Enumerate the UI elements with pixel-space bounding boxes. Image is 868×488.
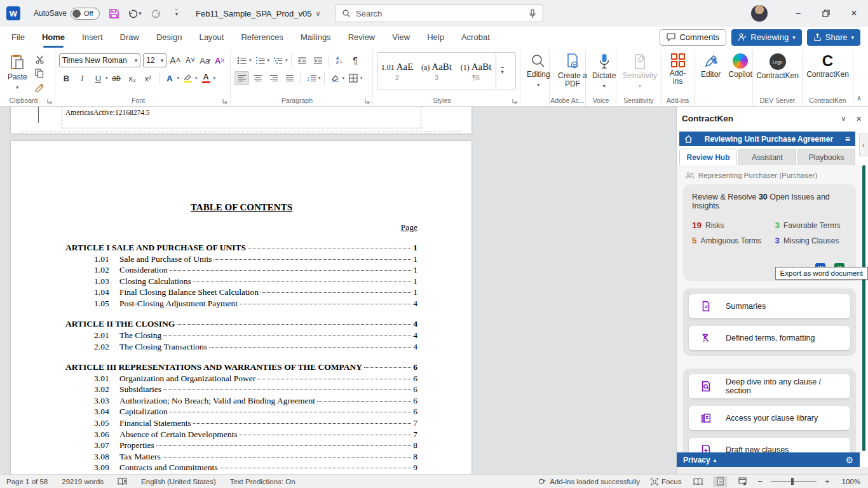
proofing-icon[interactable]	[118, 477, 127, 485]
pane-options-chevron[interactable]: ∨	[841, 114, 846, 123]
font-color-button[interactable]: A	[199, 71, 214, 85]
word-count[interactable]: 29219 words	[62, 478, 104, 485]
home-icon[interactable]	[684, 135, 693, 143]
toc-entry[interactable]: 3.05Financial Statements7	[65, 417, 417, 429]
highlight-options[interactable]: ▾	[195, 76, 198, 81]
font-color-options[interactable]: ▾	[214, 76, 216, 81]
web-layout-button[interactable]	[735, 476, 749, 487]
zoom-in-button[interactable]: +	[825, 477, 830, 486]
tab-draw[interactable]: Draw	[120, 27, 139, 48]
zoom-level[interactable]: 100%	[842, 478, 860, 485]
style-gallery-item[interactable]: (1) AaBt¶6	[456, 53, 496, 90]
multilevel-list-button[interactable]	[271, 53, 285, 67]
read-mode-button[interactable]	[691, 476, 705, 487]
superscript-button[interactable]: x²	[141, 71, 156, 85]
toc-entry[interactable]: 3.06Absence of Certain Developments7	[65, 429, 417, 440]
restore-button[interactable]	[812, 0, 840, 27]
clipboard-dialog-launcher[interactable]	[47, 98, 52, 104]
action-deep-dive-into-any-clause-section[interactable]: Deep dive into any clause / section	[689, 374, 850, 398]
subscript-button[interactable]: x₂	[125, 71, 140, 85]
style-gallery-item[interactable]: (a) AaBt3	[417, 53, 456, 90]
addins-button[interactable]: Add-ins	[665, 51, 690, 93]
action-draft-new-clauses[interactable]: Draft new clauses	[689, 438, 850, 452]
reviewing-button[interactable]: Reviewing▾	[731, 29, 802, 46]
editing-button[interactable]: Editing▾	[524, 51, 553, 93]
line-spacing-options[interactable]: ▾	[318, 76, 321, 81]
increase-indent-button[interactable]	[311, 53, 325, 67]
document-title[interactable]: Feb11_Sample_SPA_Prod_v05∨	[196, 9, 320, 18]
sensitivity-button[interactable]: Sensitivity▾	[620, 51, 660, 93]
bold-button[interactable]: B	[59, 71, 74, 85]
pane-tab-review-hub[interactable]: Review Hub	[679, 149, 737, 165]
tab-references[interactable]: References	[241, 27, 283, 48]
toc-entry[interactable]: 3.04Capitalization6	[65, 406, 417, 417]
numbered-list-options[interactable]: ▾	[268, 58, 270, 63]
toc-page-header[interactable]: Page	[65, 222, 417, 233]
text-effects-button[interactable]: A	[163, 71, 177, 85]
tab-view[interactable]: View	[392, 27, 410, 48]
editor-button[interactable]: Editor	[698, 51, 723, 93]
zoom-out-button[interactable]: −	[757, 477, 763, 486]
pane-tab-assistant[interactable]: Assistant	[738, 149, 796, 165]
dictate-button[interactable]: Dictate▾	[590, 51, 618, 93]
line-spacing-button[interactable]: ↕	[304, 71, 318, 85]
italic-button[interactable]: I	[75, 71, 90, 85]
addins-status[interactable]: Add-ins loaded successfully	[538, 478, 640, 485]
tab-acrobat[interactable]: Acrobat	[461, 27, 490, 48]
align-left-button[interactable]	[234, 71, 249, 85]
text-predictions[interactable]: Text Predictions: On	[230, 478, 295, 485]
search-input[interactable]: Search	[335, 4, 543, 22]
tab-design[interactable]: Design	[156, 27, 182, 48]
borders-options[interactable]: ▾	[360, 76, 363, 81]
grow-font-button[interactable]: A˄	[169, 53, 181, 67]
toc-section-heading[interactable]: ARTICLE II THE CLOSING4	[65, 318, 417, 330]
toc-entry[interactable]: 1.02Consideration1	[65, 264, 417, 276]
paste-button[interactable]: Paste▾	[5, 51, 30, 93]
style-gallery-item[interactable]: 1.01 AaE2	[377, 53, 417, 90]
cut-button[interactable]	[32, 53, 47, 65]
toc-entry[interactable]: 3.09Contracts and Commitments9	[65, 462, 417, 473]
underline-button[interactable]: U	[91, 71, 105, 85]
sort-button[interactable]: AZ↓	[332, 53, 347, 67]
shading-options[interactable]: ▾	[342, 76, 345, 81]
toc-entry[interactable]: 1.03Closing Calculations1	[65, 276, 417, 287]
shading-button[interactable]	[328, 71, 342, 85]
action-summaries[interactable]: Summaries	[689, 294, 850, 318]
avatar[interactable]	[751, 5, 768, 22]
toc-entry[interactable]: 2.02The Closing Transactions4	[65, 341, 417, 353]
microphone-icon[interactable]	[529, 9, 536, 18]
autosave-toggle[interactable]: AutoSave Off	[34, 8, 100, 20]
pane-collapse-button[interactable]: ‹	[859, 133, 867, 156]
paragraph-dialog-launcher[interactable]	[365, 98, 370, 104]
page-indicator[interactable]: Page 1 of 58	[6, 478, 48, 485]
styles-more-button[interactable]: ▾	[496, 53, 508, 90]
focus-button[interactable]: Focus	[651, 478, 681, 485]
tab-mailings[interactable]: Mailings	[301, 27, 331, 48]
pane-tab-playbooks[interactable]: Playbooks	[797, 149, 855, 165]
underline-options[interactable]: ▾	[105, 76, 108, 81]
zoom-slider[interactable]	[771, 481, 817, 482]
tab-home[interactable]: Home	[42, 27, 65, 48]
bullet-list-button[interactable]	[234, 53, 249, 67]
toc-section-heading[interactable]: ARTICLE I SALE AND PURCHASE OF UNITS1	[65, 242, 417, 254]
minimize-button[interactable]: −	[784, 0, 812, 27]
toc-section-heading[interactable]: ARTICLE III REPRESENTATIONS AND WARRANTI…	[65, 362, 417, 373]
pane-close-button[interactable]: ×	[856, 113, 862, 124]
align-right-button[interactable]	[266, 71, 281, 85]
tab-layout[interactable]: Layout	[199, 27, 224, 48]
document-page-2[interactable]: TABLE OF CONTENTS Page ARTICLE I SALE AN…	[11, 141, 471, 474]
toc-entry[interactable]: 3.02Subsidiaries6	[65, 384, 417, 395]
highlight-button[interactable]	[180, 71, 195, 85]
tab-help[interactable]: Help	[427, 27, 444, 48]
autosave-switch[interactable]: Off	[71, 8, 100, 20]
bullet-list-options[interactable]: ▾	[249, 58, 252, 63]
justify-button[interactable]	[282, 71, 297, 85]
change-case-button[interactable]: Aa▾	[199, 53, 211, 67]
tab-review[interactable]: Review	[348, 27, 376, 48]
print-layout-button[interactable]	[713, 476, 727, 487]
font-size-select[interactable]: 12▾	[143, 53, 166, 67]
toc-entry[interactable]: 2.01The Closing4	[65, 330, 417, 341]
font-family-select[interactable]: Times New Roman▾	[59, 53, 140, 67]
settings-gear-icon[interactable]: ⚙	[845, 455, 853, 465]
toc-entry[interactable]: 3.01Organization and Organizational Powe…	[65, 373, 417, 384]
